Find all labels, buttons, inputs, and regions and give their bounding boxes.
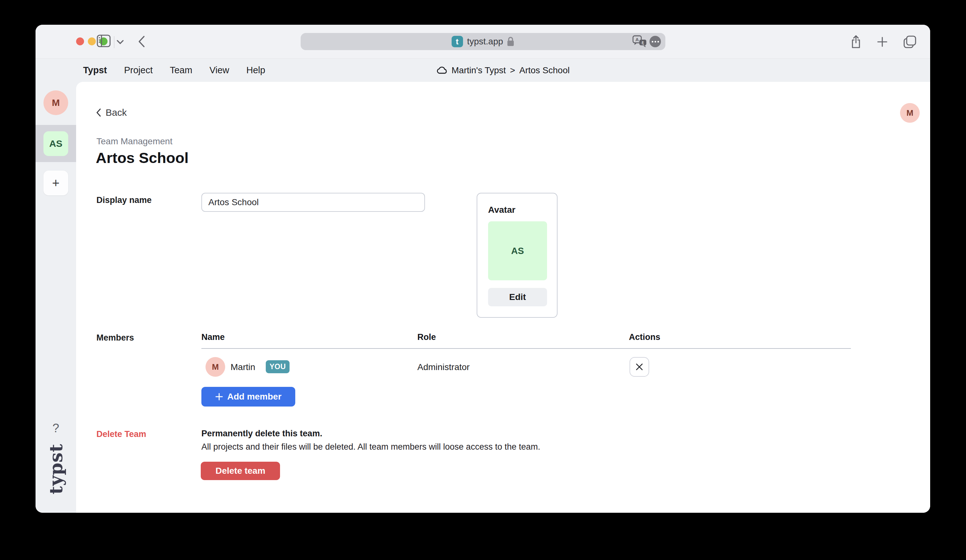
- back-arrow-icon[interactable]: [138, 36, 145, 48]
- chevron-down-icon[interactable]: [117, 39, 124, 44]
- delete-warning-title: Permanently delete this team.: [201, 429, 322, 438]
- lock-icon: [507, 36, 514, 47]
- plus-icon: [215, 392, 223, 401]
- member-role: Administrator: [417, 362, 470, 372]
- favicon-letter: t: [456, 37, 458, 47]
- column-header-actions: Actions: [629, 332, 660, 342]
- column-header-role: Role: [417, 332, 436, 342]
- team-avatar-preview: AS: [488, 221, 547, 280]
- help-button[interactable]: ?: [36, 421, 76, 435]
- edit-avatar-button[interactable]: Edit: [488, 288, 547, 306]
- translate-icon[interactable]: A ミ: [632, 35, 647, 48]
- new-tab-icon[interactable]: [877, 36, 888, 47]
- browser-window: t typst.app A ミ: [36, 25, 930, 513]
- typst-app-page: Typst Project Team View Help Martin's Ty…: [36, 59, 930, 513]
- display-name-input[interactable]: [201, 193, 425, 212]
- minimize-window-button[interactable]: [88, 38, 96, 45]
- url-text: typst.app: [467, 36, 503, 47]
- address-bar[interactable]: t typst.app A ミ: [301, 33, 665, 50]
- add-member-button[interactable]: Add member: [201, 387, 295, 407]
- sidebar-toggle-icon[interactable]: [97, 34, 111, 47]
- app-menu-bar: Typst Project Team View Help Martin's Ty…: [36, 59, 930, 82]
- breadcrumb-page[interactable]: Artos School: [519, 65, 570, 76]
- table-header-divider: [201, 348, 851, 349]
- delete-warning-body: All projects and their files will be del…: [201, 442, 540, 452]
- breadcrumb-separator: >: [510, 65, 515, 76]
- column-header-name: Name: [201, 332, 225, 342]
- section-label: Team Management: [97, 136, 172, 146]
- browser-toolbar: t typst.app A ミ: [36, 25, 930, 59]
- account-avatar[interactable]: M: [900, 103, 920, 123]
- breadcrumb: Martin's Typst > Artos School: [76, 59, 930, 82]
- cloud-icon: [437, 67, 447, 74]
- close-icon: [635, 363, 644, 371]
- typst-logo: typst: [45, 443, 66, 494]
- breadcrumb-team[interactable]: Martin's Typst: [452, 65, 506, 76]
- toolbar-divider: [114, 36, 115, 48]
- avatar-card: Avatar AS Edit: [476, 193, 557, 318]
- site-favicon: t: [452, 36, 463, 47]
- tab-overview-icon[interactable]: [904, 36, 916, 48]
- sidebar-item-selected: AS: [36, 125, 76, 162]
- page-title: Artos School: [96, 149, 188, 166]
- display-name-label: Display name: [97, 195, 151, 205]
- svg-text:A: A: [636, 37, 639, 42]
- back-chevron-icon: [96, 108, 101, 117]
- members-label: Members: [97, 333, 134, 343]
- delete-team-button[interactable]: Delete team: [201, 462, 280, 480]
- sidebar-user-avatar[interactable]: M: [43, 90, 68, 115]
- close-window-button[interactable]: [76, 38, 84, 45]
- sidebar-team-avatar[interactable]: AS: [43, 131, 68, 156]
- svg-text:ミ: ミ: [641, 40, 645, 45]
- share-icon[interactable]: [851, 35, 861, 49]
- member-avatar: M: [205, 357, 225, 377]
- remove-member-button[interactable]: [629, 357, 649, 377]
- add-team-button[interactable]: +: [43, 171, 68, 195]
- more-options-icon[interactable]: [649, 36, 661, 47]
- you-badge: YOU: [266, 360, 289, 373]
- member-name: Martin: [230, 362, 255, 372]
- delete-team-label: Delete Team: [97, 429, 146, 439]
- team-management-panel: M Back Team Management Artos School Disp…: [76, 82, 930, 513]
- back-link[interactable]: Back: [96, 107, 127, 118]
- avatar-card-title: Avatar: [488, 205, 515, 215]
- workspace-sidebar: M AS + ? typst: [36, 82, 76, 513]
